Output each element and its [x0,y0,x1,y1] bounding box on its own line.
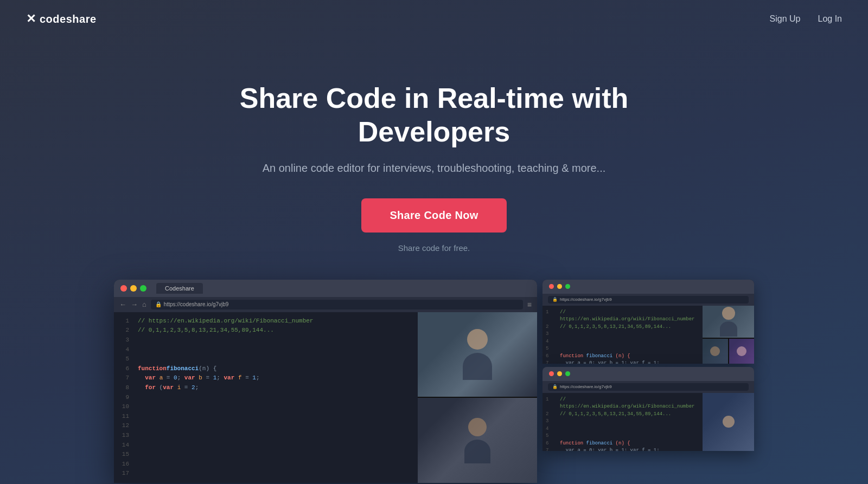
url-text: https://codeshare.io/g7vjb9 [164,301,229,307]
code-line: 17 [114,469,418,479]
code-line: 9 [114,393,418,403]
tab-area: Codeshare [156,283,203,294]
code-line: 1// https://en.wikipedia.org/wiki/Fibona… [114,317,418,326]
avatar-person1 [467,329,488,350]
code-line: 8 for (var i = 2; [114,383,418,393]
dot-red-sm2 [549,371,554,376]
dot-green-sm2 [565,371,570,376]
code-line: 3 [114,335,418,345]
browser-toolbar-left: ← → ⌂ 🔒 https://codeshare.io/g7vjb9 ≡ [114,297,537,312]
forward-btn: → [131,300,138,308]
browser-content-right-bottom: 1// https://en.wikipedia.org/wiki/Fibona… [542,393,754,451]
browser-titlebar-right-bottom [542,367,754,381]
browser-screenshot-left: Codeshare ← → ⌂ 🔒 https://codeshare.io/g… [114,280,537,483]
code-panel-right-top: 1// https://en.wikipedia.org/wiki/Fibona… [542,306,703,364]
url-bar-right-bottom: 🔒 https://codeshare.io/g7vjb9 [548,383,749,391]
code-line: 10 [114,402,418,412]
url-text-right-top: https://codeshare.io/g7vjb9 [560,297,612,302]
avatar-person2 [468,418,487,436]
video-panel-right-bottom [703,393,754,451]
dot-red [120,285,127,292]
video-panel-right-top [703,306,754,364]
code-panel-left: 1// https://en.wikipedia.org/wiki/Fibona… [114,312,418,483]
share-code-button[interactable]: Share Code Now [361,198,506,233]
video-cell-top-1 [703,306,754,338]
secure-icon-sm2: 🔒 [552,384,558,389]
hero-title: Share Code in Real-time with Developers [190,81,678,149]
dot-yellow [130,285,137,292]
logo-text: codeshare [40,13,97,25]
browser-screenshot-right-top: 🔒 https://codeshare.io/g7vjb9 1// https:… [542,280,754,364]
browser-content-left: 1// https://en.wikipedia.org/wiki/Fibona… [114,312,537,483]
code-line: 7 var a = 0; var b = 1; var f = 1; [114,373,418,383]
login-link[interactable]: Log In [818,14,842,24]
url-text-right-bottom: https://codeshare.io/g7vjb9 [560,384,612,389]
video-cell-person1 [418,312,537,397]
video-panel-right-top-bottom [703,339,754,364]
hero-subtitle: An online code editor for interviews, tr… [263,162,606,175]
cta-subtext: Share code for free. [398,243,470,253]
secure-icon: 🔒 [155,301,162,307]
dot-yellow-sm2 [557,371,562,376]
signup-link[interactable]: Sign Up [770,14,801,24]
dot-green-sm [565,284,570,289]
screenshots-section: Codeshare ← → ⌂ 🔒 https://codeshare.io/g… [0,280,868,483]
url-bar-left: 🔒 https://codeshare.io/g7vjb9 [151,300,523,309]
code-panel-right-bottom: 1// https://en.wikipedia.org/wiki/Fibona… [542,393,703,451]
code-line: 13 [114,431,418,441]
hero-section: Share Code in Real-time with Developers … [0,38,868,274]
back-btn: ← [119,300,126,308]
home-btn: ⌂ [142,300,146,308]
code-line: 4 [114,345,418,355]
logo-icon: ✕ [26,12,35,26]
logo[interactable]: ✕ codeshare [26,12,97,26]
browser-screenshots-right: 🔒 https://codeshare.io/g7vjb9 1// https:… [542,280,754,483]
dot-red-sm [549,284,554,289]
code-line: 11 [114,412,418,422]
code-line: 12 [114,421,418,431]
dot-green [140,285,146,292]
code-line: 5 [114,354,418,364]
nav: Sign Up Log In [770,14,842,24]
menu-icon: ≡ [527,300,532,309]
tab-label: Codeshare [156,283,203,294]
code-line: 15 [114,450,418,460]
code-line: 2// 0,1,1,2,3,5,8,13,21,34,55,89,144... [114,326,418,335]
browser-screenshot-right-bottom: 🔒 https://codeshare.io/g7vjb9 1// https:… [542,367,754,451]
browser-toolbar-right-bottom: 🔒 https://codeshare.io/g7vjb9 [542,381,754,393]
code-line: 14 [114,441,418,450]
url-bar-right-top: 🔒 https://codeshare.io/g7vjb9 [548,296,749,304]
video-cell-person2 [418,398,537,483]
code-line: 16 [114,460,418,469]
video-cell-bottom-1 [703,393,754,451]
browser-content-right-top: 1// https://en.wikipedia.org/wiki/Fibona… [542,306,754,364]
secure-icon-sm: 🔒 [552,297,558,302]
browser-titlebar-right-top [542,280,754,294]
video-panel-left [418,312,537,483]
dot-yellow-sm [557,284,562,289]
code-line: 6function fibonacci (n) { [114,364,418,374]
header: ✕ codeshare Sign Up Log In [0,0,868,38]
browser-titlebar-left: Codeshare [114,280,537,297]
browser-toolbar-right-top: 🔒 https://codeshare.io/g7vjb9 [542,294,754,306]
